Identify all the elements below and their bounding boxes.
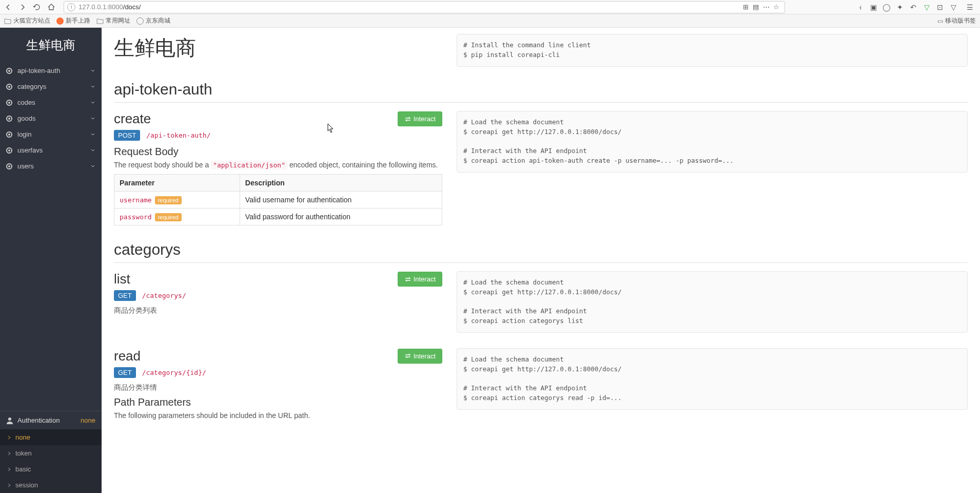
nav-item-login[interactable]: login bbox=[0, 126, 102, 142]
bookmark-label: 火狐官方站点 bbox=[13, 16, 50, 25]
extension-icon[interactable]: ✦ bbox=[895, 2, 905, 12]
chevron-right-icon bbox=[7, 451, 11, 456]
table-header-parameter: Parameter bbox=[114, 175, 240, 192]
chevron-right-icon bbox=[7, 435, 11, 440]
sidebar-title: 生鲜电商 bbox=[0, 28, 102, 63]
bookmark-label: 常用网址 bbox=[106, 16, 130, 25]
interact-label: Interact bbox=[414, 115, 436, 123]
radio-icon bbox=[6, 116, 12, 122]
undo-icon[interactable]: ↶ bbox=[908, 2, 918, 12]
page-title: 生鲜电商 bbox=[114, 34, 442, 62]
interact-button[interactable]: Interact bbox=[398, 111, 442, 126]
account-icon[interactable]: ◯ bbox=[881, 2, 892, 12]
auth-label: Authentication bbox=[17, 416, 81, 424]
ext2-icon[interactable]: ⊡ bbox=[935, 2, 945, 12]
bookmark-label: 京东商城 bbox=[146, 16, 170, 25]
qr-icon[interactable]: ⊞ bbox=[740, 2, 751, 12]
info-icon[interactable]: i bbox=[67, 3, 75, 11]
firefox-icon bbox=[56, 17, 64, 25]
radio-icon bbox=[6, 131, 12, 138]
home-button[interactable] bbox=[45, 1, 57, 13]
auth-method-basic[interactable]: basic bbox=[0, 461, 102, 477]
auth-status: none bbox=[81, 416, 95, 424]
arrow-right-icon bbox=[18, 3, 27, 11]
endpoint-create: create Interact POST /api-token-auth/ Re… bbox=[114, 111, 968, 225]
section-header-api-token-auth: api-token-auth bbox=[114, 81, 968, 103]
param-desc: Valid username for authentication bbox=[240, 192, 442, 208]
auth-method-session[interactable]: session bbox=[0, 477, 102, 493]
auth-header[interactable]: Authentication none bbox=[0, 411, 102, 429]
nav-item-userfavs[interactable]: userfavs bbox=[0, 142, 102, 158]
reload-button[interactable] bbox=[31, 1, 43, 13]
reload-icon bbox=[33, 3, 41, 11]
auth-method-none[interactable]: none bbox=[0, 429, 102, 445]
nav-label: userfavs bbox=[17, 146, 90, 154]
chevron-down-icon bbox=[90, 148, 95, 153]
auth-method-label: basic bbox=[15, 465, 31, 473]
interact-button[interactable]: Interact bbox=[398, 272, 442, 287]
bookmark-item-3[interactable]: 京东商城 bbox=[136, 16, 170, 25]
nav-item-api-token-auth[interactable]: api-token-auth bbox=[0, 63, 102, 79]
svg-point-0 bbox=[8, 418, 11, 421]
path-params-header: Path Parameters bbox=[114, 396, 442, 408]
nav-item-codes[interactable]: codes bbox=[0, 94, 102, 110]
nav-item-categorys[interactable]: categorys bbox=[0, 79, 102, 94]
folder-icon bbox=[4, 18, 11, 24]
radio-icon bbox=[6, 163, 12, 169]
endpoint-name: create bbox=[114, 111, 151, 127]
browser-toolbar: i 127.0.0.1:8000/docs/ ⊞ ▤ ⋯ ☆ ⫞ ▣ ◯ ✦ ↶… bbox=[0, 0, 980, 14]
nav-item-users[interactable]: users bbox=[0, 158, 102, 174]
swap-icon bbox=[404, 352, 411, 359]
sidebar-auth: Authentication none none token basic ses… bbox=[0, 411, 102, 493]
url-bar[interactable]: i 127.0.0.1:8000/docs/ ⊞ ▤ ⋯ ☆ bbox=[64, 1, 785, 13]
mobile-bookmarks-label: 移动版书签 bbox=[945, 16, 976, 25]
endpoint-path: /categorys/ bbox=[142, 292, 186, 299]
required-badge: required bbox=[155, 196, 182, 204]
table-row: passwordrequired Valid password for auth… bbox=[114, 208, 442, 225]
bookmark-item-1[interactable]: 新手上路 bbox=[56, 16, 90, 25]
bookmark-label: 新手上路 bbox=[66, 16, 90, 25]
library-icon[interactable]: ⫞ bbox=[855, 2, 865, 12]
url-host: 127.0.0.1 bbox=[79, 3, 106, 11]
nav-item-goods[interactable]: goods bbox=[0, 110, 102, 126]
interact-button[interactable]: Interact bbox=[398, 349, 442, 364]
sidebar: 生鲜电商 api-token-auth categorys codes good… bbox=[0, 28, 102, 493]
bookmarks-bar: 火狐官方站点 新手上路 常用网址 京东商城 ▭移动版书签 bbox=[0, 14, 980, 28]
chevron-right-icon bbox=[7, 467, 11, 471]
chevron-down-icon bbox=[90, 100, 95, 105]
folder-icon bbox=[96, 18, 104, 24]
url-path: /docs/ bbox=[123, 3, 141, 11]
nav-list: api-token-auth categorys codes goods log… bbox=[0, 63, 102, 411]
ext3-icon[interactable]: ▽ bbox=[948, 2, 958, 12]
phone-icon: ▭ bbox=[937, 17, 943, 25]
back-button[interactable] bbox=[2, 1, 14, 13]
star-icon[interactable]: ☆ bbox=[771, 2, 781, 12]
mobile-bookmarks[interactable]: ▭移动版书签 bbox=[937, 16, 976, 25]
endpoint-desc: 商品分类列表 bbox=[114, 306, 442, 315]
bookmark-folder-0[interactable]: 火狐官方站点 bbox=[4, 16, 50, 25]
endpoint-list: list Interact GET /categorys/ 商品分类列表 # L… bbox=[114, 271, 968, 333]
path-params-desc: The following parameters should be inclu… bbox=[114, 411, 442, 420]
forward-button[interactable] bbox=[16, 1, 29, 13]
main-content: 生鲜电商 # Install the command line client $… bbox=[102, 28, 980, 493]
method-badge: GET bbox=[114, 367, 136, 378]
code-example: # Load the schema document $ coreapi get… bbox=[457, 111, 968, 173]
menu-button[interactable]: ☰ bbox=[964, 1, 976, 13]
required-badge: required bbox=[155, 213, 182, 221]
endpoint-name: list bbox=[114, 271, 130, 287]
param-name: username bbox=[120, 196, 152, 204]
bookmark-folder-2[interactable]: 常用网址 bbox=[96, 16, 130, 25]
radio-icon bbox=[6, 84, 12, 90]
nav-label: goods bbox=[17, 115, 90, 122]
endpoint-desc: 商品分类详情 bbox=[114, 383, 442, 392]
params-table: Parameter Description usernamerequired V… bbox=[114, 174, 442, 225]
table-row: usernamerequired Valid username for auth… bbox=[114, 192, 442, 208]
sidebar-icon[interactable]: ▣ bbox=[868, 2, 878, 12]
auth-method-token[interactable]: token bbox=[0, 445, 102, 461]
arrow-left-icon bbox=[4, 3, 12, 11]
reader-icon[interactable]: ▤ bbox=[751, 2, 761, 12]
globe-icon bbox=[136, 17, 144, 25]
endpoint-path: /categorys/{id}/ bbox=[142, 369, 206, 376]
shield-icon[interactable]: ▽ bbox=[922, 2, 932, 12]
more-icon[interactable]: ⋯ bbox=[761, 2, 771, 12]
